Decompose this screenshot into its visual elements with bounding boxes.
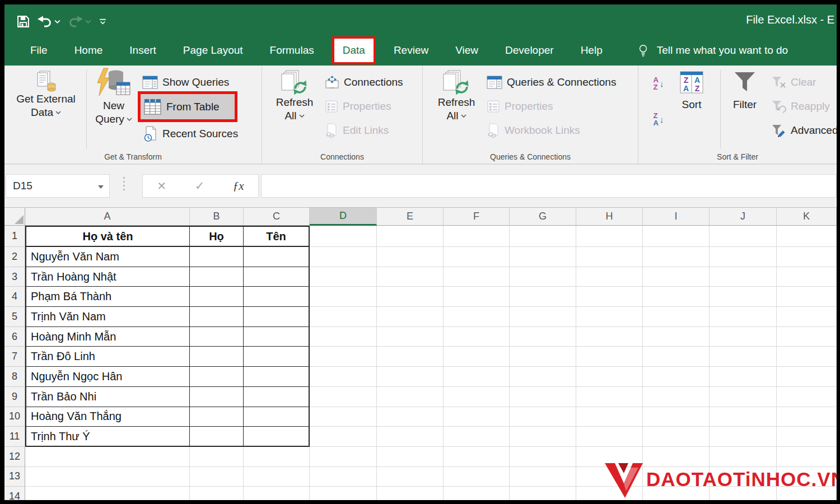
cell-F9[interactable] <box>444 387 510 407</box>
cell-B7[interactable] <box>190 347 244 367</box>
cell-F8[interactable] <box>444 367 510 387</box>
cell-H10[interactable] <box>576 407 643 427</box>
cell-A5[interactable]: Trịnh Văn Nam <box>25 307 190 327</box>
column-header-I[interactable]: I <box>643 208 710 226</box>
row-header-13[interactable]: 13 <box>4 467 25 487</box>
cell-H12[interactable] <box>576 447 643 467</box>
cell-C9[interactable] <box>244 387 310 407</box>
advanced-filter-button[interactable]: Advanced <box>772 120 837 141</box>
cell-A9[interactable]: Trần Bảo Nhi <box>25 387 190 407</box>
cell-F13[interactable] <box>444 467 510 487</box>
cell-J12[interactable] <box>710 447 777 467</box>
row-header-6[interactable]: 6 <box>4 327 25 347</box>
cell-G3[interactable] <box>510 267 576 287</box>
cell-H9[interactable] <box>576 387 643 407</box>
cell-F1[interactable] <box>444 226 510 247</box>
clear-filter-button[interactable]: Clear <box>772 72 816 92</box>
cell-B10[interactable] <box>190 407 244 427</box>
cell-E8[interactable] <box>377 367 444 387</box>
cell-K10[interactable] <box>777 407 837 427</box>
cell-G5[interactable] <box>510 307 576 327</box>
properties-button-2[interactable]: Properties <box>487 96 553 116</box>
cell-D10[interactable] <box>310 407 377 427</box>
cell-I2[interactable] <box>643 247 710 267</box>
workbook-links-button[interactable]: Workbook Links <box>487 120 580 141</box>
cell-H7[interactable] <box>576 347 643 367</box>
column-header-C[interactable]: C <box>244 208 310 226</box>
cell-H4[interactable] <box>576 287 643 307</box>
cell-I10[interactable] <box>643 407 710 427</box>
tab-file[interactable]: File <box>17 35 61 66</box>
refresh-all-button[interactable]: Refresh All <box>271 70 318 123</box>
cell-C10[interactable] <box>244 407 310 427</box>
cell-E6[interactable] <box>377 327 444 347</box>
cell-B9[interactable] <box>190 387 244 407</box>
cell-J9[interactable] <box>710 387 777 407</box>
cell-G2[interactable] <box>510 247 576 267</box>
cell-G13[interactable] <box>510 467 576 487</box>
cell-E3[interactable] <box>377 267 444 287</box>
cell-J4[interactable] <box>710 287 777 307</box>
cell-E12[interactable] <box>377 447 444 467</box>
cell-K2[interactable] <box>777 247 837 267</box>
cell-C7[interactable] <box>244 347 310 367</box>
refresh-all-button-2[interactable]: Refresh All <box>433 70 480 123</box>
cell-A6[interactable]: Hoàng Minh Mẫn <box>25 327 190 347</box>
properties-button[interactable]: Properties <box>325 96 391 116</box>
from-table-button[interactable]: From Table <box>138 91 237 122</box>
row-header-9[interactable]: 9 <box>4 387 25 407</box>
cell-A4[interactable]: Phạm Bá Thành <box>25 287 190 307</box>
tab-help[interactable]: Help <box>567 35 616 66</box>
cell-K9[interactable] <box>777 387 837 407</box>
cell-E9[interactable] <box>377 387 444 407</box>
row-header-3[interactable]: 3 <box>4 267 25 287</box>
column-header-G[interactable]: G <box>510 208 576 226</box>
cell-D3[interactable] <box>310 267 377 287</box>
name-box-dropdown-icon[interactable] <box>98 185 104 189</box>
edit-links-button[interactable]: Edit Links <box>325 120 389 141</box>
cell-I11[interactable] <box>643 427 710 447</box>
cell-I13[interactable] <box>643 467 710 487</box>
cell-E10[interactable] <box>377 407 444 427</box>
cell-K4[interactable] <box>777 287 837 307</box>
cell-D14[interactable] <box>310 487 377 500</box>
cell-E2[interactable] <box>377 247 444 267</box>
get-external-data-button[interactable]: Get External Data <box>8 70 84 119</box>
cell-A12[interactable] <box>25 447 190 467</box>
enter-icon[interactable]: ✓ <box>195 179 205 193</box>
cell-F7[interactable] <box>444 347 510 367</box>
cell-F5[interactable] <box>444 307 510 327</box>
cell-J14[interactable] <box>710 487 777 500</box>
row-header-7[interactable]: 7 <box>4 347 25 367</box>
cell-D8[interactable] <box>310 367 377 387</box>
row-header-11[interactable]: 11 <box>4 427 25 447</box>
cell-B8[interactable] <box>190 367 244 387</box>
cell-C1[interactable]: Tên <box>244 226 310 247</box>
cell-D4[interactable] <box>310 287 377 307</box>
cell-H8[interactable] <box>576 367 643 387</box>
row-header-12[interactable]: 12 <box>4 447 25 467</box>
formula-bar-drag-handle[interactable] <box>123 177 125 190</box>
cell-B3[interactable] <box>190 267 244 287</box>
cell-E14[interactable] <box>377 487 444 500</box>
cell-J8[interactable] <box>710 367 777 387</box>
cell-C14[interactable] <box>244 487 310 500</box>
cell-B13[interactable] <box>190 467 244 487</box>
cell-I4[interactable] <box>643 287 710 307</box>
cell-A7[interactable]: Trần Đô Linh <box>25 347 190 367</box>
insert-function-icon[interactable]: ƒx <box>233 179 244 193</box>
recent-sources-button[interactable]: Recent Sources <box>143 124 238 144</box>
cell-H2[interactable] <box>576 247 643 267</box>
cell-D13[interactable] <box>310 467 377 487</box>
cancel-icon[interactable]: ✕ <box>157 179 166 193</box>
cell-A2[interactable]: Nguyễn Văn Nam <box>25 247 190 267</box>
cell-B14[interactable] <box>190 487 244 500</box>
cell-I14[interactable] <box>643 487 710 500</box>
show-queries-button[interactable]: Show Queries <box>142 72 229 92</box>
cell-F10[interactable] <box>444 407 510 427</box>
cell-J11[interactable] <box>710 427 777 447</box>
cell-F14[interactable] <box>444 487 510 500</box>
tab-review[interactable]: Review <box>380 35 442 66</box>
connections-button[interactable]: Connections <box>325 72 403 92</box>
cell-G10[interactable] <box>510 407 576 427</box>
